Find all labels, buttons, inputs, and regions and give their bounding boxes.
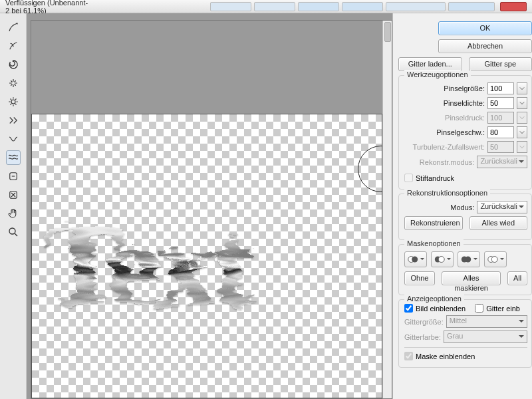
close-tab[interactable] [500, 2, 527, 11]
brush-pressure-input [487, 112, 514, 124]
brush-rate-label: Pinselgeschw.: [436, 128, 485, 136]
mesh-color-select: Grau [444, 331, 527, 343]
group-title: Maskenoptionen [404, 239, 464, 247]
canvas-checker: Text [31, 114, 382, 398]
cancel-button[interactable]: Abbrechen [438, 39, 532, 53]
reconstruct-option-mode-select[interactable]: Zurückskali [477, 201, 527, 213]
zoom-tool-icon[interactable] [6, 225, 21, 239]
brush-size-dropdown[interactable] [517, 82, 527, 94]
brush-size-label: Pinselgröße: [444, 84, 485, 92]
mask-all-button[interactable]: Alles maskieren [442, 271, 501, 285]
thaw-mask-tool-icon[interactable] [6, 188, 21, 202]
options-panel: OK Abbrechen Gitter laden... Gitter spe … [392, 13, 532, 399]
forward-warp-tool-icon[interactable] [6, 20, 21, 35]
hand-tool-icon[interactable] [6, 206, 21, 221]
push-left-tool-icon[interactable] [6, 113, 21, 128]
tool-strip [0, 13, 27, 399]
canvas-text-content: Text [39, 201, 371, 327]
titlebar-tab[interactable] [448, 2, 495, 11]
canvas-area: Text [27, 13, 392, 399]
titlebar-tab[interactable] [210, 2, 251, 11]
show-mask-label: Maske einblenden [416, 352, 475, 360]
mask-invert-button[interactable]: All [507, 271, 527, 285]
pucker-tool-icon[interactable] [6, 76, 21, 90]
brush-density-label: Pinseldichte: [444, 99, 485, 107]
brush-rate-input[interactable] [487, 126, 514, 138]
mask-intersect-icon[interactable] [484, 251, 507, 267]
show-image-label: Bild einblenden [416, 305, 466, 313]
titlebar-tab[interactable] [254, 2, 295, 11]
group-title: Rekonstruktionsoptionen [404, 189, 490, 197]
show-image-checkbox[interactable] [404, 304, 413, 313]
mirror-tool-icon[interactable] [6, 132, 21, 146]
titlebar-tab[interactable] [298, 2, 339, 11]
titlebar-tabs [210, 2, 527, 11]
brush-density-input[interactable] [487, 97, 514, 109]
svg-point-7 [438, 257, 444, 263]
mask-replace-icon[interactable] [404, 251, 427, 267]
stylus-pressure-label: Stiftandruck [416, 174, 454, 182]
brush-rate-dropdown[interactable] [517, 126, 527, 138]
stylus-pressure-checkbox [404, 174, 413, 182]
svg-point-3 [9, 228, 15, 234]
titlebar-tab[interactable] [386, 2, 446, 11]
titlebar: Verflüssigen (Unbenannt-2 bei 61,1%) [0, 0, 532, 13]
mesh-color-label: Gitterfarbe: [404, 333, 441, 341]
brush-density-dropdown[interactable] [517, 97, 527, 109]
scrollbar-thumb[interactable] [384, 22, 391, 42]
reconstruct-button[interactable]: Rekonstruieren [404, 216, 463, 230]
group-title: Anzeigeoptionen [404, 295, 464, 303]
reconstruct-mode-label: Rekonstr.modus: [420, 158, 475, 166]
show-mesh-checkbox[interactable] [475, 304, 483, 313]
brush-pressure-label: Pinseldruck: [445, 114, 485, 122]
window-title: Verflüssigen (Unbenannt-2 bei 61,1%) [5, 0, 90, 15]
load-mesh-button[interactable]: Gitter laden... [398, 57, 462, 71]
svg-point-9 [465, 257, 471, 263]
svg-point-5 [412, 257, 418, 263]
separator [404, 347, 527, 348]
titlebar-tab[interactable] [342, 2, 383, 11]
svg-point-11 [491, 257, 497, 263]
tool-options-group: Werkzeugoptionen Pinselgröße: Pinseldich… [398, 75, 532, 190]
mask-subtract-icon[interactable] [458, 251, 480, 267]
ok-button[interactable]: OK [438, 21, 532, 35]
group-title: Werkzeugoptionen [404, 70, 471, 78]
reconstruct-mode-select: Zurückskali [477, 156, 527, 168]
reconstruct-options-group: Rekonstruktionsoptionen Modus: Zurückska… [398, 194, 532, 240]
turbulence-dropdown [517, 141, 527, 153]
view-options-group: Anzeigeoptionen Bild einblenden Gitter e… [398, 299, 532, 368]
mask-options-group: Maskenoptionen Ohne Alles maskieren All [398, 244, 532, 295]
freeze-mask-tool-icon[interactable] [6, 169, 21, 184]
mask-none-button[interactable]: Ohne [404, 271, 435, 285]
vertical-scrollbar[interactable] [382, 21, 392, 398]
turbulence-tool-icon[interactable] [6, 150, 21, 165]
bloat-tool-icon[interactable] [6, 94, 21, 109]
reconstruct-tool-icon[interactable] [6, 39, 21, 53]
show-mesh-label: Gitter einb [486, 305, 520, 313]
canvas-viewport[interactable]: Text [31, 20, 392, 399]
brush-size-input[interactable] [487, 82, 514, 94]
mask-add-icon[interactable] [431, 251, 454, 267]
show-mask-checkbox [404, 352, 413, 360]
mesh-size-label: Gittergröße: [404, 318, 444, 326]
svg-point-0 [11, 100, 15, 104]
turbulence-label: Turbulenz-Zufallswert: [413, 143, 485, 151]
twirl-tool-icon[interactable] [6, 57, 21, 72]
restore-all-button[interactable]: Alles wied [469, 216, 528, 230]
reconstruct-option-mode-label: Modus: [450, 203, 474, 211]
mesh-size-select: Mittel [446, 315, 527, 328]
brush-pressure-dropdown [517, 112, 527, 124]
turbulence-input [487, 141, 514, 153]
save-mesh-button[interactable]: Gitter spe [469, 57, 533, 71]
